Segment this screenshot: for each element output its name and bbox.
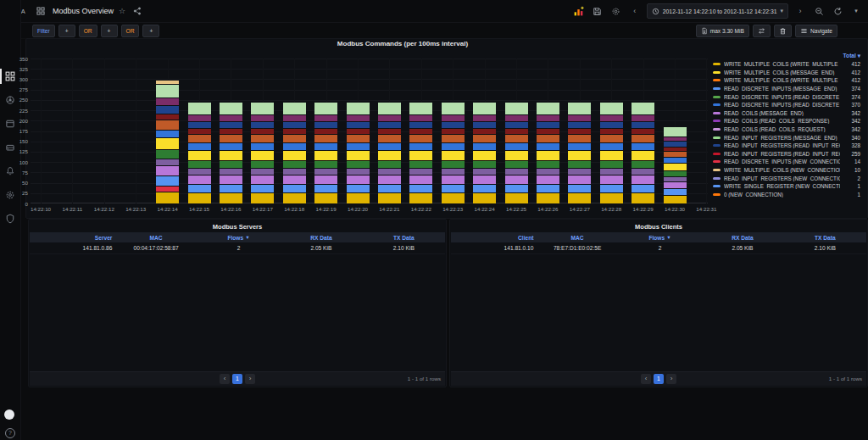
legend-item[interactable]: READ_DISCRETE_INPUTS (READ_DISCRETE_INPU… [713,101,860,109]
page-1-button[interactable]: 1 [654,374,664,384]
stacked-bar-14:22:19[interactable] [314,58,337,203]
or-operator-button[interactable]: OR [121,25,140,37]
column-header-tx-data[interactable]: TX Data [784,232,866,242]
refresh-interval-dropdown[interactable]: ▾ [849,4,863,18]
bar-segment [378,103,401,115]
stacked-bar-14:22:21[interactable] [378,58,401,203]
stacked-bar-14:22:25[interactable] [505,58,528,203]
save-icon[interactable] [591,4,604,18]
stacked-bar-14:22:16[interactable] [220,58,242,203]
legend-series-label[interactable]: WRITE_MULTIPLE_COILS (NEW_CONNECTION) [724,167,840,173]
legend-series-label[interactable]: READ_COILS (MESSAGE_END) [724,110,840,116]
legend-item[interactable]: READ_COILS (READ_COILS_REQUEST)342 [713,125,860,134]
column-header-rx-data[interactable]: RX Data [701,232,783,242]
legend-series-label[interactable]: READ_INPUT_REGISTERS (NEW_CONNECTION) [724,175,840,181]
page-1-button[interactable]: 1 [232,374,242,384]
or-operator-button[interactable]: OR [79,25,97,37]
column-header-tx-data[interactable]: TX Data [363,232,445,242]
legend-series-label[interactable]: 0 (NEW_CONNECTION) [724,192,840,198]
max-size-button[interactable]: max 3.30 MiB [696,25,749,37]
legend-item[interactable]: READ_COILS (READ_COILS_RESPONSE)342 [713,117,860,125]
sidebar-item-security[interactable] [0,209,20,229]
legend-item[interactable]: READ_INPUT_REGISTERS (READ_INPUT_REGISTE… [713,150,860,159]
x-tick-label: 14:22:25 [501,206,531,212]
legend-item[interactable]: READ_INPUT_REGISTERS (MESSAGE_END)340 [713,133,860,142]
stacked-bar-14:22:14[interactable] [156,58,179,203]
time-shift-left-icon[interactable]: ‹ [628,4,642,18]
column-header-mac[interactable]: MAC [114,232,197,242]
column-header-flows[interactable]: Flows▼ [198,232,280,242]
filter-button[interactable]: Filter [32,25,55,37]
refresh-icon[interactable] [831,4,844,18]
legend-total-sort[interactable]: Total ▾ [843,53,860,59]
legend-series-label[interactable]: WRITE_MULTIPLE_COILS (MESSAGE_END) [724,70,840,75]
column-header-flows[interactable]: Flows▼ [619,232,701,242]
stacked-bar-14:22:30[interactable] [664,58,687,203]
stacked-bar-14:22:20[interactable] [347,58,370,203]
legend-series-label[interactable]: WRITE_SINGLE_REGISTER (NEW_CONNECTION) [724,183,840,189]
time-range-picker[interactable]: 2012-11-12 14:22:10 to 2012-11-12 14:22:… [647,3,788,19]
y-tick-label: 275 [6,86,28,92]
legend-series-label[interactable]: READ_INPUT_REGISTERS (MESSAGE_END) [724,135,840,141]
legend-item[interactable]: READ_DISCRETE_INPUTS (MESSAGE_END)374 [713,85,860,93]
column-header-client[interactable]: Client [451,232,536,242]
legend-item[interactable]: READ_DISCRETE_INPUTS (READ_DISCRETE_INPU… [713,92,860,101]
column-header-rx-data[interactable]: RX Data [280,232,362,242]
time-shift-right-icon[interactable]: › [793,4,807,18]
legend-item[interactable]: WRITE_MULTIPLE_COILS (MESSAGE_END)412 [713,69,860,77]
legend-series-label[interactable]: READ_INPUT_REGISTERS (READ_INPUT_REGISTE… [724,151,840,157]
bar-segment [409,151,432,160]
swap-arrows-button[interactable] [753,25,771,37]
legend-series-label[interactable]: WRITE_MULTIPLE_COILS (WRITE_MULTIPLE_COI… [724,77,840,83]
legend-series-label[interactable]: READ_DISCRETE_INPUTS (READ_DISCRETE_INPU… [724,102,840,108]
column-header-server[interactable]: Server [30,232,114,242]
next-page-button[interactable]: › [666,374,676,384]
legend-item[interactable]: READ_COILS (MESSAGE_END)342 [713,109,860,118]
stacked-bar-14:22:27[interactable] [568,58,591,203]
legend-item[interactable]: WRITE_SINGLE_REGISTER (NEW_CONNECTION)1 [713,182,860,191]
stacked-bar-14:22:22[interactable] [409,58,432,203]
stacked-bar-14:22:26[interactable] [537,58,559,203]
legend-series-label[interactable]: READ_DISCRETE_INPUTS (READ_DISCRETE_INPU… [724,94,840,100]
legend-item[interactable]: READ_INPUT_REGISTERS (READ_INPUT_REGISTE… [713,142,860,150]
zoom-out-icon[interactable] [812,4,826,18]
prev-page-button[interactable]: ‹ [220,374,230,384]
legend-series-label[interactable]: WRITE_MULTIPLE_COILS (WRITE_MULTIPLE_COI… [724,61,840,67]
user-avatar[interactable] [4,409,14,420]
legend-item[interactable]: READ_DISCRETE_INPUTS (NEW_CONNECTION)14 [713,158,860,166]
stacked-bar-14:22:15[interactable] [188,58,211,203]
panel-add-icon[interactable] [572,4,586,18]
add-filter-button[interactable]: + [101,25,118,37]
dashboard-settings-icon[interactable] [609,4,623,18]
chart-plot-area[interactable] [31,58,708,203]
add-filter-button[interactable]: + [142,25,159,37]
legend-item[interactable]: WRITE_MULTIPLE_COILS (WRITE_MULTIPLE_COI… [713,76,860,85]
stacked-bar-14:22:24[interactable] [473,58,496,203]
legend-item[interactable]: READ_INPUT_REGISTERS (NEW_CONNECTION)2 [713,174,860,182]
prev-page-button[interactable]: ‹ [641,374,651,384]
stacked-bar-14:22:29[interactable] [632,58,654,203]
legend-item[interactable]: WRITE_MULTIPLE_COILS (NEW_CONNECTION)10 [713,166,860,175]
legend-item[interactable]: WRITE_MULTIPLE_COILS (WRITE_MULTIPLE_COI… [713,60,860,69]
column-header-mac[interactable]: MAC [536,232,618,242]
next-page-button[interactable]: › [245,374,255,384]
legend-item[interactable]: 0 (NEW_CONNECTION)1 [713,191,860,199]
legend-series-label[interactable]: READ_INPUT_REGISTERS (READ_INPUT_REGISTE… [724,142,840,148]
stacked-bar-14:22:18[interactable] [283,58,306,203]
bar-segment [156,150,179,159]
trash-button[interactable] [774,25,792,37]
stacked-bar-14:22:23[interactable] [442,58,465,203]
legend-series-label[interactable]: READ_COILS (READ_COILS_REQUEST) [724,126,840,132]
share-icon[interactable] [131,4,144,18]
add-filter-button[interactable]: + [58,25,75,37]
stacked-bar-14:22:17[interactable] [251,58,274,203]
table-row[interactable]: 141.81.0.1078:E7:D1:E0:02:5E22.05 KiB2.1… [451,242,866,254]
help-icon[interactable]: ? [5,428,15,438]
table-row[interactable]: 141.81.0.8600:04:17:02:58:8722.05 KiB2.1… [30,242,445,254]
legend-series-label[interactable]: READ_DISCRETE_INPUTS (MESSAGE_END) [724,86,840,92]
stacked-bar-14:22:28[interactable] [600,58,623,203]
star-icon[interactable]: ☆ [119,8,125,15]
legend-series-label[interactable]: READ_COILS (READ_COILS_RESPONSE) [724,118,840,124]
legend-series-label[interactable]: READ_DISCRETE_INPUTS (NEW_CONNECTION) [724,159,840,164]
navigate-button[interactable]: Navigate [795,25,837,37]
